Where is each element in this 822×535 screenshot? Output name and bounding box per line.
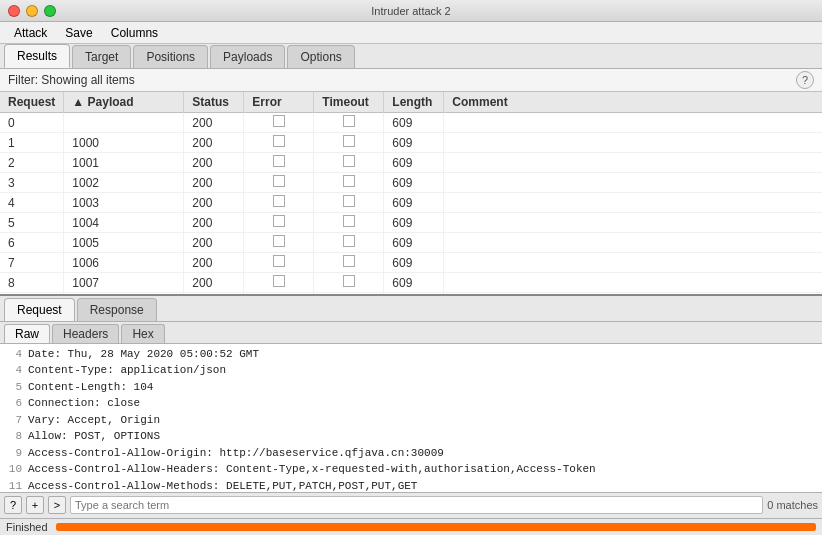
checkbox[interactable] bbox=[343, 255, 355, 267]
table-row[interactable]: 81007200609 bbox=[0, 273, 822, 293]
cell-0: 4 bbox=[0, 193, 64, 213]
cell-0: 6 bbox=[0, 233, 64, 253]
line-number: 4 bbox=[6, 346, 22, 363]
menu-save[interactable]: Save bbox=[57, 24, 100, 42]
bottom-tabs-bar: Request Response bbox=[0, 296, 822, 322]
cell-5: 609 bbox=[384, 273, 444, 293]
checkbox[interactable] bbox=[273, 155, 285, 167]
results-table-container: Request ▲ Payload Status Error Timeout L… bbox=[0, 92, 822, 294]
cell-0: 2 bbox=[0, 153, 64, 173]
tab-options[interactable]: Options bbox=[287, 45, 354, 68]
table-row[interactable]: 0200609 bbox=[0, 113, 822, 133]
checkbox[interactable] bbox=[273, 255, 285, 267]
cell-3 bbox=[244, 213, 314, 233]
table-row[interactable]: 61005200609 bbox=[0, 233, 822, 253]
line-text: Access-Control-Allow-Methods: DELETE,PUT… bbox=[28, 480, 417, 492]
sub-tab-headers[interactable]: Headers bbox=[52, 324, 119, 343]
cell-4 bbox=[314, 133, 384, 153]
table-row[interactable]: 71006200609 bbox=[0, 253, 822, 273]
checkbox[interactable] bbox=[343, 215, 355, 227]
checkbox[interactable] bbox=[343, 135, 355, 147]
cell-2: 200 bbox=[184, 253, 244, 273]
sub-tab-hex[interactable]: Hex bbox=[121, 324, 164, 343]
tab-positions[interactable]: Positions bbox=[133, 45, 208, 68]
close-button[interactable] bbox=[8, 5, 20, 17]
table-row[interactable]: 41003200609 bbox=[0, 193, 822, 213]
content-line: 4Date: Thu, 28 May 2020 05:00:52 GMT bbox=[6, 346, 816, 363]
filter-help-button[interactable]: ? bbox=[796, 71, 814, 89]
status-text: Finished bbox=[6, 521, 48, 533]
cell-4 bbox=[314, 173, 384, 193]
cell-0: 3 bbox=[0, 173, 64, 193]
content-line: 10Access-Control-Allow-Headers: Content-… bbox=[6, 461, 816, 478]
checkbox[interactable] bbox=[273, 115, 285, 127]
checkbox[interactable] bbox=[273, 215, 285, 227]
tab-request[interactable]: Request bbox=[4, 298, 75, 321]
minimize-button[interactable] bbox=[26, 5, 38, 17]
checkbox[interactable] bbox=[273, 175, 285, 187]
col-request[interactable]: Request bbox=[0, 92, 64, 113]
checkbox[interactable] bbox=[343, 235, 355, 247]
cell-3 bbox=[244, 153, 314, 173]
content-line: 5Content-Length: 104 bbox=[6, 379, 816, 396]
table-row[interactable]: 11000200609 bbox=[0, 133, 822, 153]
checkbox[interactable] bbox=[343, 155, 355, 167]
cell-1: 1006 bbox=[64, 253, 184, 273]
cell-2: 200 bbox=[184, 213, 244, 233]
tab-payloads[interactable]: Payloads bbox=[210, 45, 285, 68]
checkbox[interactable] bbox=[343, 195, 355, 207]
search-input[interactable] bbox=[70, 496, 763, 514]
checkbox[interactable] bbox=[273, 235, 285, 247]
cell-5: 609 bbox=[384, 193, 444, 213]
cell-6 bbox=[444, 213, 822, 233]
cell-2: 200 bbox=[184, 273, 244, 293]
maximize-button[interactable] bbox=[44, 5, 56, 17]
line-number: 5 bbox=[6, 379, 22, 396]
checkbox[interactable] bbox=[343, 275, 355, 287]
cell-6 bbox=[444, 113, 822, 133]
checkbox[interactable] bbox=[343, 115, 355, 127]
tab-results[interactable]: Results bbox=[4, 44, 70, 68]
table-row[interactable]: 31002200609 bbox=[0, 173, 822, 193]
tab-response[interactable]: Response bbox=[77, 298, 157, 321]
table-header-row: Request ▲ Payload Status Error Timeout L… bbox=[0, 92, 822, 113]
checkbox[interactable] bbox=[273, 275, 285, 287]
search-add-button[interactable]: + bbox=[26, 496, 44, 514]
col-error[interactable]: Error bbox=[244, 92, 314, 113]
window-controls[interactable] bbox=[8, 5, 56, 17]
table-row[interactable]: 21001200609 bbox=[0, 153, 822, 173]
col-payload[interactable]: ▲ Payload bbox=[64, 92, 184, 113]
line-number: 10 bbox=[6, 461, 22, 478]
cell-2: 200 bbox=[184, 193, 244, 213]
cell-4 bbox=[314, 193, 384, 213]
cell-6 bbox=[444, 273, 822, 293]
cell-1: 1005 bbox=[64, 233, 184, 253]
cell-5: 609 bbox=[384, 173, 444, 193]
cell-5: 609 bbox=[384, 233, 444, 253]
response-content: 4Date: Thu, 28 May 2020 05:00:52 GMT4Con… bbox=[0, 344, 822, 492]
tab-target[interactable]: Target bbox=[72, 45, 131, 68]
line-text: Access-Control-Allow-Origin: http://base… bbox=[28, 447, 444, 459]
cell-2: 200 bbox=[184, 173, 244, 193]
col-timeout[interactable]: Timeout bbox=[314, 92, 384, 113]
cell-2: 200 bbox=[184, 233, 244, 253]
search-prev-button[interactable]: ? bbox=[4, 496, 22, 514]
checkbox[interactable] bbox=[273, 195, 285, 207]
cell-1: 1000 bbox=[64, 133, 184, 153]
search-next-button[interactable]: > bbox=[48, 496, 66, 514]
col-status[interactable]: Status bbox=[184, 92, 244, 113]
cell-3 bbox=[244, 273, 314, 293]
sub-tab-raw[interactable]: Raw bbox=[4, 324, 50, 343]
cell-3 bbox=[244, 133, 314, 153]
menu-attack[interactable]: Attack bbox=[6, 24, 55, 42]
col-comment[interactable]: Comment bbox=[444, 92, 822, 113]
checkbox[interactable] bbox=[273, 135, 285, 147]
line-number: 6 bbox=[6, 395, 22, 412]
cell-4 bbox=[314, 113, 384, 133]
cell-6 bbox=[444, 233, 822, 253]
menu-columns[interactable]: Columns bbox=[103, 24, 166, 42]
col-length[interactable]: Length bbox=[384, 92, 444, 113]
checkbox[interactable] bbox=[343, 175, 355, 187]
progress-bar bbox=[56, 523, 816, 531]
table-row[interactable]: 51004200609 bbox=[0, 213, 822, 233]
